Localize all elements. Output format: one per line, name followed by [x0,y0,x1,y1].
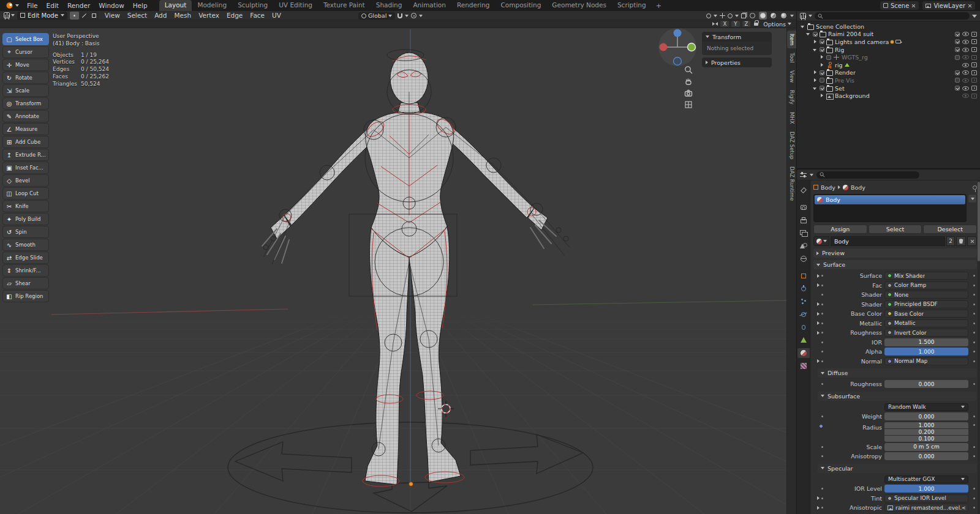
material-name-field[interactable]: Body [831,236,945,246]
collection-checkbox[interactable] [826,55,831,60]
hide-eye-icon[interactable] [962,78,969,83]
material-slot-body[interactable]: Body [815,195,965,204]
tab-rigify[interactable]: Rigify [787,87,796,108]
diffuse-roughness-slider[interactable]: 0.000 [884,380,968,388]
base-color-field[interactable]: Base Color [884,310,968,318]
menu-edit[interactable]: Edit [42,0,63,11]
menu-window[interactable]: Window [94,0,128,11]
breadcrumb-material[interactable]: Body [851,184,865,191]
viewport-3d[interactable]: Edit Mode View Select Add Mesh Vertex Ed… [0,11,796,514]
hide-eye-icon[interactable] [962,55,969,59]
menu-vertex[interactable]: Vertex [195,11,223,20]
disable-render-icon[interactable] [971,55,977,60]
blender-logo-icon[interactable] [0,2,23,9]
options-dropdown[interactable]: Options [762,21,793,28]
mesh-figure[interactable] [262,53,556,486]
tint-field[interactable]: Specular IOR Level [884,494,968,502]
tool-transform[interactable]: ◎Transform [2,97,49,110]
collection-checkbox[interactable] [813,32,818,37]
breadcrumb-object[interactable]: Body [821,184,835,191]
transform-panel-header[interactable]: Transform [702,32,772,42]
snap-dropdown-icon[interactable] [405,15,409,17]
filter-icon[interactable] [972,15,977,18]
ior-slider[interactable]: 1.500 [884,338,968,346]
unlink-scene-icon[interactable] [911,4,916,8]
properties-search-input[interactable] [816,171,919,179]
exclude-checkbox[interactable] [955,78,960,83]
menu-help[interactable]: Help [129,0,152,11]
disable-render-icon[interactable] [971,32,977,37]
exclude-checkbox[interactable] [955,32,960,37]
lock-object-modes-icon[interactable] [754,23,758,26]
outliner-display-mode-icon[interactable] [800,13,806,19]
props-tab-modifiers[interactable] [797,284,810,294]
face-select-button[interactable] [89,12,99,20]
disable-render-icon[interactable] [971,94,977,99]
show-overlays-icon[interactable] [728,13,733,18]
exclude-checkbox[interactable] [955,86,960,91]
workspace-tab-scripting[interactable]: Scripting [612,0,652,11]
select-button[interactable]: Select [869,225,922,234]
tool-cursor[interactable]: ⌖Cursor [2,46,49,58]
shading-dropdown-icon[interactable] [790,15,794,17]
slot-specials-button[interactable] [968,194,977,203]
hide-eye-icon[interactable] [962,48,969,52]
proportional-dropdown-icon[interactable] [419,15,423,17]
tab-tool[interactable]: Tool [787,50,796,66]
props-tab-texture[interactable] [797,361,810,371]
show-gizmo-icon[interactable] [720,13,725,18]
properties-editor-dropdown-icon[interactable] [810,174,813,176]
hide-eye-icon[interactable] [962,70,969,75]
panel-diffuse[interactable]: Diffuse [818,368,977,378]
properties-editor-icon[interactable] [800,172,807,178]
deselect-button[interactable]: Deselect [923,225,977,234]
menu-mesh[interactable]: Mesh [170,11,195,20]
exclude-checkbox[interactable] [955,70,960,75]
workspace-tab-modeling[interactable]: Modeling [192,0,232,11]
outliner-row-wgts-rg[interactable]: WGTS_rg [797,53,980,61]
editor-type-button[interactable] [2,12,16,18]
collection-checkbox[interactable] [820,70,824,75]
remove-viewlayer-icon[interactable] [968,4,972,8]
snap-magnet-icon[interactable] [398,13,402,18]
zoom-button[interactable] [684,65,693,75]
tool-rotate[interactable]: ↻Rotate [2,72,49,84]
props-tab-view-layer[interactable] [797,228,810,238]
tool-shear[interactable]: ▱Shear [2,277,49,289]
camera-view-button[interactable] [684,88,693,98]
tool-move[interactable]: ✛Move [2,59,49,71]
menu-uv[interactable]: UV [268,11,285,20]
outliner-row-render[interactable]: Render [797,69,980,77]
exclude-checkbox[interactable] [955,55,960,60]
pan-hand-button[interactable] [684,76,693,86]
scene-selector[interactable]: Scene [880,1,919,10]
outliner-mode-dropdown-icon[interactable] [809,15,812,17]
properties-scrollbar[interactable] [978,181,980,514]
props-tab-material[interactable] [797,348,810,358]
tool-measure[interactable]: ∠Measure [2,123,49,135]
tool-edge-slide[interactable]: ⇄Edge Slide [2,251,49,264]
collection-checkbox[interactable] [820,86,824,91]
panel-preview[interactable]: Preview [813,248,977,258]
workspace-tab-sculpting[interactable]: Sculpting [232,0,273,11]
xray-toggle-icon[interactable] [741,13,746,18]
menu-file[interactable]: File [23,0,42,11]
mirror-y-toggle[interactable]: Y [731,21,739,27]
props-tab-object[interactable] [797,271,810,281]
props-tab-physics[interactable] [797,310,810,319]
outliner-row-rig[interactable]: Rig [797,46,980,54]
tool-poly-build[interactable]: ✦Poly Build [2,213,49,225]
assign-button[interactable]: Assign [813,225,867,234]
exclude-checkbox[interactable] [955,47,960,52]
shading-material-button[interactable] [769,12,777,20]
panel-subsurface[interactable]: Subsurface [818,392,977,401]
hide-eye-icon[interactable] [962,86,969,91]
tab-view[interactable]: View [787,67,796,86]
shading-wireframe-button[interactable] [748,12,756,20]
menu-edge[interactable]: Edge [223,11,246,20]
radius-y-field[interactable]: 0.200 [884,429,968,435]
tool-rip-region[interactable]: ◧Rip Region [2,290,49,302]
tool-annotate[interactable]: ✎Annotate [2,110,49,122]
hide-eye-icon[interactable] [962,32,969,36]
fac-field[interactable]: Color Ramp [884,281,968,289]
